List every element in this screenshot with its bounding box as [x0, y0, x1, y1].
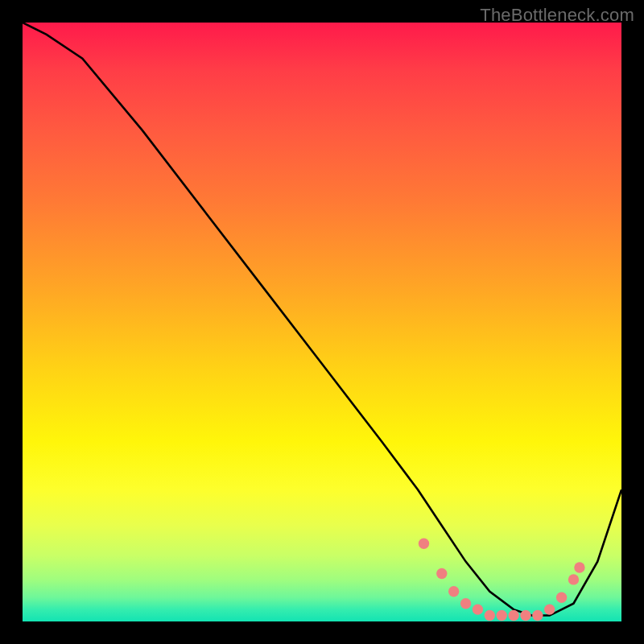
marker-dot — [460, 598, 471, 609]
marker-dot — [473, 604, 483, 614]
curve-path — [23, 23, 621, 616]
marker-dot — [419, 539, 429, 549]
chart-frame: TheBottleneck.com — [0, 0, 644, 644]
marker-dot — [568, 574, 579, 584]
marker-dot — [448, 586, 459, 597]
chart-svg — [23, 23, 621, 621]
marker-dot — [520, 610, 530, 621]
marker-dot — [497, 610, 507, 621]
marker-dot — [436, 568, 447, 579]
marker-dot — [556, 592, 567, 603]
watermark-text: TheBottleneck.com — [480, 5, 634, 26]
plot-area — [23, 23, 621, 621]
marker-dot — [532, 610, 543, 621]
marker-dot — [574, 562, 584, 572]
marker-dot — [544, 604, 555, 614]
marker-dot — [508, 610, 518, 621]
marker-group — [419, 539, 585, 621]
marker-dot — [485, 610, 495, 621]
